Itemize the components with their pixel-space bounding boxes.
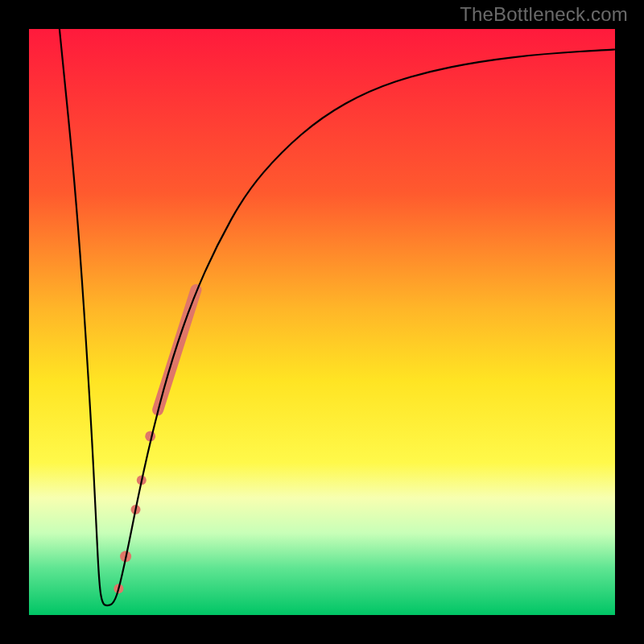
watermark-text: TheBottleneck.com [460,3,628,26]
svg-rect-0 [29,29,615,615]
chart-frame: TheBottleneck.com [0,0,644,644]
bottleneck-chart [0,0,644,644]
